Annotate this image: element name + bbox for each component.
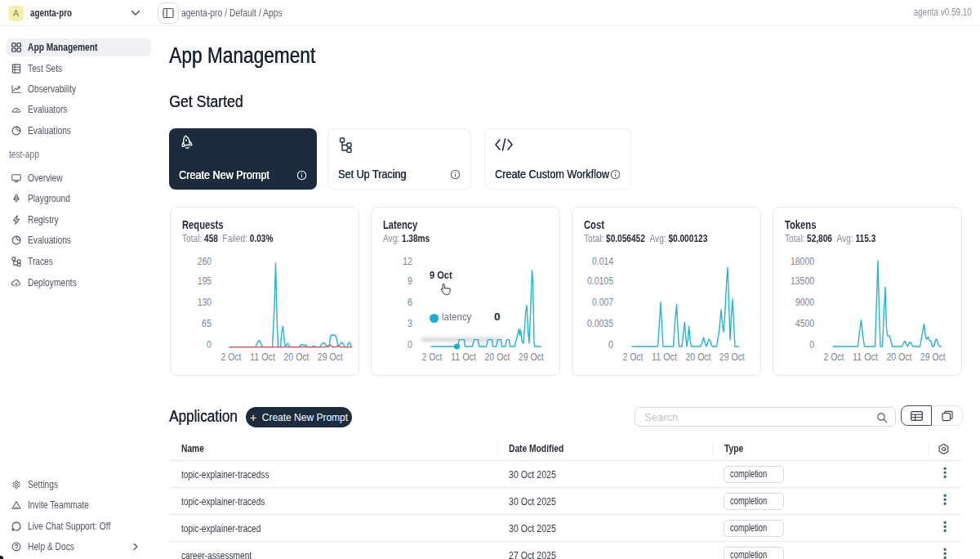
svg-text:29 Oct: 29 Oct xyxy=(519,351,545,363)
svg-text:11 Oct: 11 Oct xyxy=(250,351,276,363)
svg-text:3: 3 xyxy=(408,318,412,329)
svg-text:11 Oct: 11 Oct xyxy=(853,351,879,363)
svg-text:0: 0 xyxy=(809,339,814,351)
svg-text:130: 130 xyxy=(198,297,212,308)
svg-text:29 Oct: 29 Oct xyxy=(719,351,746,363)
svg-text:9000: 9000 xyxy=(795,297,814,308)
svg-text:20 Oct: 20 Oct xyxy=(686,351,712,363)
svg-text:2 Oct: 2 Oct xyxy=(422,351,443,363)
svg-text:0.0105: 0.0105 xyxy=(587,275,613,287)
svg-text:20 Oct: 20 Oct xyxy=(485,351,511,363)
svg-text:29 Oct: 29 Oct xyxy=(318,351,344,363)
svg-text:0.007: 0.007 xyxy=(592,297,613,308)
svg-text:12: 12 xyxy=(403,256,412,267)
svg-text:29 Oct: 29 Oct xyxy=(920,351,947,363)
svg-text:11 Oct: 11 Oct xyxy=(652,351,678,363)
svg-text:0: 0 xyxy=(207,339,212,351)
svg-text:11 Oct: 11 Oct xyxy=(451,351,477,363)
svg-text:9: 9 xyxy=(408,275,412,287)
svg-text:260: 260 xyxy=(198,256,212,267)
svg-text:2 Oct: 2 Oct xyxy=(623,351,644,363)
svg-text:195: 195 xyxy=(198,275,212,287)
svg-text:0.014: 0.014 xyxy=(592,256,613,267)
svg-text:0: 0 xyxy=(408,339,412,351)
svg-text:65: 65 xyxy=(202,318,212,329)
svg-text:4500: 4500 xyxy=(795,318,814,329)
svg-text:20 Oct: 20 Oct xyxy=(887,351,913,363)
svg-text:13500: 13500 xyxy=(791,275,814,287)
svg-text:0.0035: 0.0035 xyxy=(587,318,613,329)
svg-text:6: 6 xyxy=(408,297,412,308)
svg-text:20 Oct: 20 Oct xyxy=(284,351,310,363)
svg-text:2 Oct: 2 Oct xyxy=(824,351,845,363)
svg-text:18000: 18000 xyxy=(791,256,814,267)
svg-text:0: 0 xyxy=(608,339,613,351)
svg-text:2 Oct: 2 Oct xyxy=(221,351,243,363)
